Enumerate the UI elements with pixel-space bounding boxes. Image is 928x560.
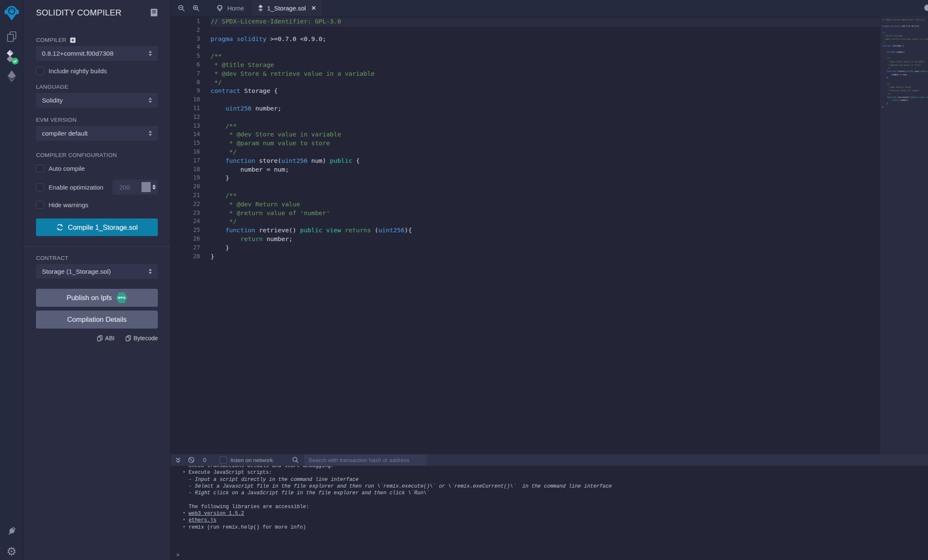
- code-line[interactable]: /**: [211, 122, 880, 131]
- line-number[interactable]: 20: [171, 183, 200, 192]
- evm-version-select[interactable]: compiler default: [36, 126, 158, 141]
- line-number[interactable]: 12: [171, 113, 200, 122]
- zoom-out-icon[interactable]: [174, 0, 189, 16]
- documentation-book-icon[interactable]: [150, 8, 158, 17]
- line-number[interactable]: 24: [171, 218, 200, 226]
- line-number[interactable]: 18: [171, 166, 200, 175]
- code-line[interactable]: number = num;: [211, 166, 880, 175]
- line-number[interactable]: 14: [171, 131, 200, 139]
- editor-gutter[interactable]: 1234567891011121314151617181920212223242…: [171, 18, 200, 261]
- code-line[interactable]: [211, 44, 880, 52]
- include-nightly-checkbox[interactable]: [36, 67, 44, 75]
- code-line[interactable]: * @return value of 'number': [211, 209, 880, 218]
- line-number[interactable]: 17: [171, 157, 200, 166]
- line-number[interactable]: 27: [171, 244, 200, 253]
- code-line[interactable]: }: [211, 174, 880, 183]
- language-select[interactable]: Solidity: [36, 93, 158, 108]
- code-line[interactable]: uint256 number;: [211, 105, 880, 113]
- editor-minimap[interactable]: // SPDX-License-Identifier: GPL-3.0pragm…: [880, 16, 928, 454]
- file-explorer-icon[interactable]: [0, 31, 23, 43]
- clear-console-icon[interactable]: [188, 457, 195, 463]
- line-number[interactable]: 19: [171, 174, 200, 183]
- include-nightly-checkbox-row[interactable]: Include nightly builds: [36, 67, 158, 75]
- line-number[interactable]: 11: [171, 105, 200, 113]
- enable-optimization-checkbox[interactable]: [36, 183, 44, 191]
- code-line[interactable]: function store(uint256 num) public {: [211, 157, 880, 166]
- remix-logo-icon[interactable]: [0, 4, 23, 21]
- solidity-compiler-icon[interactable]: [0, 49, 23, 66]
- copy-bytecode-button[interactable]: Bytecode: [126, 335, 158, 342]
- hide-warnings-checkbox-row[interactable]: Hide warnings: [36, 201, 158, 209]
- code-line[interactable]: * @dev Store value in variable: [211, 131, 880, 139]
- terminal-search-input[interactable]: [304, 455, 427, 465]
- code-line[interactable]: contract Storage {: [211, 87, 880, 96]
- code-line[interactable]: * @title Storage: [211, 61, 880, 70]
- code-line[interactable]: pragma solidity >=0.7.0 <0.9.0;: [211, 35, 880, 44]
- code-line[interactable]: /**: [211, 192, 880, 200]
- code-line[interactable]: * @dev Store & retrieve value in a varia…: [211, 70, 880, 79]
- copy-abi-button[interactable]: ABI: [97, 335, 115, 342]
- code-line[interactable]: }: [211, 244, 880, 253]
- code-editor[interactable]: 1234567891011121314151617181920212223242…: [171, 16, 928, 454]
- code-line[interactable]: }: [211, 253, 880, 262]
- add-custom-compiler-icon[interactable]: [70, 37, 76, 43]
- code-line[interactable]: [211, 183, 880, 192]
- compile-button[interactable]: Compile 1_Storage.sol: [36, 218, 158, 236]
- line-number[interactable]: 22: [171, 200, 200, 209]
- close-tab-icon[interactable]: ✕: [311, 5, 316, 11]
- line-number[interactable]: 8: [171, 79, 200, 87]
- line-number[interactable]: 5: [171, 52, 200, 61]
- line-number[interactable]: 10: [171, 96, 200, 105]
- code-line[interactable]: /**: [211, 52, 880, 61]
- plugin-manager-icon[interactable]: [0, 525, 23, 537]
- line-number[interactable]: 4: [171, 44, 200, 52]
- code-line[interactable]: * @dev Return value: [211, 200, 880, 209]
- line-number[interactable]: 13: [171, 122, 200, 131]
- terminal-line[interactable]: •ethers.js: [171, 517, 928, 524]
- code-line[interactable]: * @param num value to store: [211, 139, 880, 148]
- deploy-and-run-icon[interactable]: [0, 70, 23, 82]
- optimization-runs-input[interactable]: 200: [113, 180, 158, 195]
- terminal-prompt[interactable]: >: [176, 552, 180, 558]
- settings-gear-icon[interactable]: ⚙: [0, 546, 23, 557]
- auto-compile-checkbox-row[interactable]: Auto compile: [36, 164, 158, 172]
- listen-network-checkbox[interactable]: [220, 457, 227, 464]
- compiler-version-select[interactable]: 0.8.12+commit.f00d7308: [36, 46, 158, 61]
- line-number[interactable]: 1: [171, 18, 200, 26]
- tab-1-storage-sol[interactable]: 1_Storage.sol ✕: [251, 0, 323, 16]
- contract-select[interactable]: Storage (1_Storage.sol): [36, 264, 158, 279]
- line-number[interactable]: 3: [171, 35, 200, 44]
- line-number[interactable]: 9: [171, 87, 200, 96]
- spinner-arrows-icon[interactable]: [152, 185, 156, 190]
- line-number[interactable]: 21: [171, 192, 200, 200]
- code-line[interactable]: [211, 113, 880, 122]
- line-number[interactable]: 16: [171, 148, 200, 157]
- publish-ipfs-button[interactable]: Publish on Ipfs IPFS: [36, 289, 158, 307]
- terminal[interactable]: •check transactions details and start de…: [171, 454, 928, 560]
- compilation-details-button[interactable]: Compilation Details: [36, 311, 158, 329]
- editor-code[interactable]: // SPDX-License-Identifier: GPL-3.0 prag…: [211, 18, 880, 261]
- code-line[interactable]: return number;: [211, 235, 880, 244]
- line-number[interactable]: 15: [171, 139, 200, 148]
- code-line[interactable]: function retrieve() public view returns …: [211, 226, 880, 235]
- code-line[interactable]: // SPDX-License-Identifier: GPL-3.0: [211, 18, 880, 26]
- code-line[interactable]: */: [211, 218, 880, 226]
- toggle-terminal-icon[interactable]: [175, 457, 181, 463]
- line-number[interactable]: 28: [171, 253, 200, 262]
- code-line[interactable]: */: [211, 79, 880, 87]
- line-number[interactable]: 26: [171, 235, 200, 244]
- auto-compile-checkbox[interactable]: [36, 164, 44, 172]
- code-line[interactable]: [211, 26, 880, 35]
- line-number[interactable]: 25: [171, 226, 200, 235]
- spinner-handle[interactable]: [141, 182, 151, 192]
- line-number[interactable]: 23: [171, 209, 200, 218]
- zoom-in-icon[interactable]: [189, 0, 203, 16]
- hide-warnings-checkbox[interactable]: [36, 201, 44, 209]
- terminal-line[interactable]: •web3 version 1.5.2: [171, 510, 928, 517]
- code-line[interactable]: */: [211, 148, 880, 157]
- tab-home[interactable]: Home: [209, 0, 251, 16]
- line-number[interactable]: 7: [171, 70, 200, 79]
- line-number[interactable]: 6: [171, 61, 200, 70]
- code-line[interactable]: [211, 96, 880, 105]
- line-number[interactable]: 2: [171, 26, 200, 35]
